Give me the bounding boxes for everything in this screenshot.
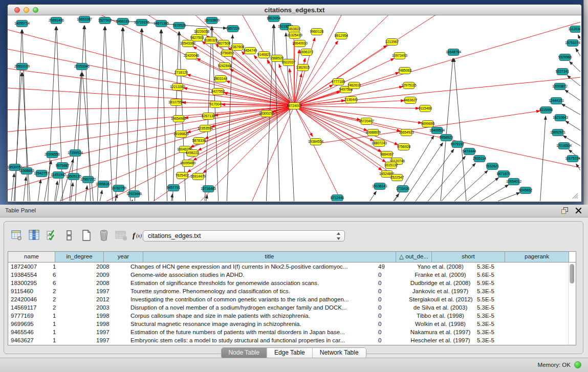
- graph-node[interactable]: 1213967: [385, 39, 399, 46]
- graph-node[interactable]: 15692971: [550, 129, 565, 136]
- graph-node[interactable]: 7485063: [398, 68, 412, 74]
- graph-node[interactable]: 1615132: [384, 162, 398, 169]
- window-titlebar[interactable]: citations_edges.txt: [8, 5, 581, 15]
- graph-node[interactable]: 9474444: [463, 148, 476, 155]
- graph-node[interactable]: 9960128: [310, 29, 324, 35]
- graph-node[interactable]: 9777169: [332, 79, 345, 85]
- tab-edge-table[interactable]: Edge Table: [267, 348, 313, 358]
- graph-node[interactable]: 12444151: [549, 98, 564, 104]
- graph-node[interactable]: 9242848: [218, 63, 232, 70]
- graph-node[interactable]: 9756851: [221, 50, 234, 57]
- graph-node[interactable]: 8912954: [335, 33, 349, 39]
- graph-node[interactable]: 9245652: [519, 187, 533, 194]
- network-canvas-area[interactable]: 1872400714055714206914061065328715276026…: [8, 15, 580, 201]
- graph-node[interactable]: 8454749: [244, 48, 257, 54]
- graph-node[interactable]: 1733426: [396, 186, 410, 192]
- table-row[interactable]: 946362711997Embryonic stem cells: a mode…: [8, 336, 576, 344]
- graph-node[interactable]: 22420046: [184, 53, 199, 59]
- graph-node[interactable]: 8471676: [497, 171, 511, 178]
- graph-node[interactable]: 2367608: [231, 44, 245, 51]
- graph-node[interactable]: 12093872: [552, 83, 568, 90]
- graph-node[interactable]: 10654012: [506, 179, 521, 185]
- graph-node[interactable]: 14055714: [14, 20, 30, 27]
- graph-node[interactable]: 16914479: [190, 173, 206, 180]
- graph-node[interactable]: 2718120: [175, 70, 188, 76]
- table-row[interactable]: 2242004622012Investigating the contribut…: [8, 295, 576, 303]
- tab-node-table[interactable]: Node Table: [221, 348, 267, 358]
- graph-node[interactable]: 18300295: [259, 111, 274, 117]
- graph-node[interactable]: 6466161: [116, 18, 130, 25]
- graph-node[interactable]: 11120342: [568, 26, 580, 33]
- desktop-scrollbar[interactable]: [583, 0, 588, 205]
- graph-node[interactable]: 9827508: [217, 40, 231, 47]
- graph-node[interactable]: 20691406: [49, 17, 64, 24]
- graph-node[interactable]: 8712446: [331, 195, 344, 202]
- graph-node[interactable]: 20553109: [14, 63, 30, 70]
- table-row[interactable]: 1456911722003Disruption of a novel membe…: [8, 303, 576, 312]
- table-select-dropdown[interactable]: citations_edges.txt: [143, 230, 345, 242]
- graph-node[interactable]: 7462610: [347, 82, 361, 89]
- graph-node[interactable]: 12213363: [170, 84, 185, 91]
- graph-node[interactable]: 16782759: [111, 185, 126, 192]
- graph-node[interactable]: 12923446: [126, 191, 142, 198]
- network-canvas[interactable]: 1872400714055714206914061065328715276026…: [8, 15, 580, 201]
- close-panel-icon[interactable]: [574, 206, 583, 215]
- graph-node[interactable]: 2803144: [214, 76, 228, 82]
- graph-node[interactable]: 2522547: [390, 174, 404, 181]
- graph-node[interactable]: 15720407: [359, 118, 374, 125]
- select-rows-icon[interactable]: [44, 229, 59, 242]
- graph-node[interactable]: 9884067: [380, 151, 394, 158]
- graph-node[interactable]: 10719195: [134, 19, 149, 26]
- graph-node[interactable]: 9227341: [556, 69, 570, 75]
- graph-node[interactable]: 19384554: [308, 139, 323, 145]
- column-header-out_degree[interactable]: △ out_de...: [396, 252, 432, 262]
- table-scrollbar[interactable]: [568, 262, 575, 345]
- network-view-window[interactable]: citations_edges.txt 18724007140557142069…: [7, 4, 582, 202]
- graph-node[interactable]: 16409534: [429, 127, 445, 134]
- graph-node[interactable]: 16640910: [292, 40, 308, 47]
- graph-node[interactable]: 19166829: [173, 131, 189, 138]
- table-row[interactable]: 946554611997Estimation of the future num…: [8, 328, 576, 336]
- graph-node[interactable]: 12942757: [34, 170, 49, 177]
- graph-node[interactable]: 9329966: [558, 54, 572, 61]
- window-resize-grip[interactable]: [573, 193, 578, 199]
- table-row[interactable]: 911546021997Tourette syndrome. Phenomeno…: [8, 287, 576, 295]
- graph-node[interactable]: 12353594: [198, 125, 213, 132]
- new-table-icon[interactable]: [79, 229, 94, 242]
- graph-node[interactable]: 1362615: [296, 64, 310, 71]
- graph-node[interactable]: 10973493: [392, 53, 407, 59]
- table-row[interactable]: 1872400712008Changes of HCN gene express…: [8, 262, 576, 271]
- graph-node[interactable]: 9975887: [56, 163, 70, 169]
- graph-node[interactable]: 14671385: [154, 20, 169, 27]
- graph-node[interactable]: 11325419: [287, 32, 302, 39]
- graph-node[interactable]: 9457791: [167, 185, 181, 191]
- graph-node[interactable]: 16099489: [180, 160, 195, 167]
- graph-node[interactable]: 6979197: [451, 141, 465, 148]
- graph-node[interactable]: 7625402: [176, 172, 189, 179]
- graph-node[interactable]: 5878334: [192, 138, 206, 144]
- column-header-in_degree[interactable]: in_degree: [55, 252, 104, 262]
- table-scrollbar-thumb[interactable]: [570, 264, 574, 283]
- graph-node[interactable]: 7615526: [172, 23, 186, 29]
- graph-node[interactable]: 11675334: [565, 156, 580, 162]
- graph-node[interactable]: 15751074: [565, 40, 580, 47]
- graph-node[interactable]: 8813054: [267, 15, 281, 22]
- column-header-title[interactable]: title: [143, 252, 396, 262]
- delete-rows-icon[interactable]: [96, 229, 112, 242]
- graph-node[interactable]: 17016504: [556, 143, 572, 149]
- graph-node[interactable]: 917004: [210, 101, 222, 108]
- graph-node[interactable]: 7857224: [226, 26, 240, 32]
- delete-table-icon[interactable]: [114, 229, 129, 242]
- tab-network-table[interactable]: Network Table: [313, 348, 366, 358]
- graph-node[interactable]: 1527602: [98, 17, 112, 24]
- table-row[interactable]: 977716911998Corpus callosum shape and si…: [8, 312, 576, 320]
- graph-node[interactable]: 11451942: [51, 172, 66, 179]
- table-settings-icon[interactable]: [9, 229, 25, 242]
- graph-node[interactable]: 16033809: [204, 17, 220, 24]
- graph-node[interactable]: 9699695: [421, 121, 435, 127]
- merge-rows-icon[interactable]: [61, 229, 77, 242]
- graph-node[interactable]: 15136141: [372, 183, 387, 190]
- table-row[interactable]: 969969511998Structural magnetic resonanc…: [8, 320, 576, 328]
- graph-node[interactable]: 7463822: [287, 26, 301, 33]
- column-header-name[interactable]: name: [8, 252, 55, 262]
